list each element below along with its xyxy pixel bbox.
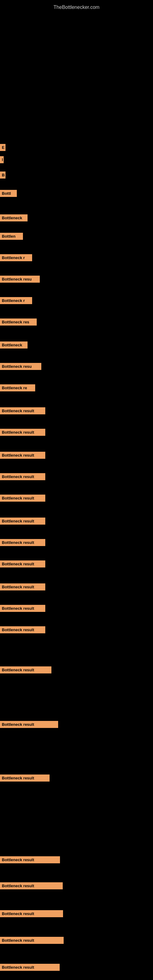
bottleneck-bar-16: Bottleneck result bbox=[0, 517, 45, 525]
bottleneck-bar-2: Bottleneck bbox=[0, 215, 27, 221]
bottleneck-bar-6: Bottleneck r bbox=[0, 297, 32, 304]
bottleneck-bar-4: Bottleneck r bbox=[0, 254, 32, 261]
small-label-a: E bbox=[0, 144, 5, 151]
bottleneck-bar-19: Bottleneck result bbox=[0, 584, 45, 590]
bottleneck-bar-1: Bottl bbox=[0, 190, 17, 197]
small-label-b: I bbox=[0, 156, 4, 163]
bottleneck-bar-3: Bottlen bbox=[0, 233, 23, 240]
bottleneck-bar-11: Bottleneck result bbox=[0, 407, 45, 414]
bottleneck-bar-28: Bottleneck result bbox=[0, 937, 64, 944]
bottleneck-bar-13: Bottleneck result bbox=[0, 452, 45, 459]
site-title: TheBottlenecker.com bbox=[0, 2, 153, 13]
bottleneck-bar-26: Bottleneck result bbox=[0, 882, 63, 889]
bottleneck-bar-23: Bottleneck result bbox=[0, 721, 58, 728]
bottleneck-bar-5: Bottleneck resu bbox=[0, 275, 40, 283]
bottleneck-bar-8: Bottleneck bbox=[0, 342, 27, 348]
bottleneck-bar-20: Bottleneck result bbox=[0, 605, 45, 612]
bottleneck-bar-15: Bottleneck result bbox=[0, 495, 45, 502]
bottleneck-bar-29: Bottleneck result bbox=[0, 964, 60, 971]
bottleneck-bar-21: Bottleneck result bbox=[0, 626, 45, 633]
bottleneck-bar-24: Bottleneck result bbox=[0, 775, 49, 781]
bottleneck-bar-22: Bottleneck result bbox=[0, 667, 51, 673]
bottleneck-bar-7: Bottleneck res bbox=[0, 318, 37, 326]
bottleneck-bar-14: Bottleneck result bbox=[0, 473, 45, 480]
bottleneck-bar-18: Bottleneck result bbox=[0, 560, 45, 568]
small-label-c: B bbox=[0, 172, 5, 178]
bottleneck-bar-9: Bottleneck resu bbox=[0, 363, 41, 370]
bottleneck-bar-10: Bottleneck re bbox=[0, 384, 35, 391]
bottleneck-bar-27: Bottleneck result bbox=[0, 910, 63, 917]
bottleneck-bar-25: Bottleneck result bbox=[0, 856, 60, 863]
bottleneck-bar-12: Bottleneck result bbox=[0, 429, 45, 436]
bottleneck-bar-17: Bottleneck result bbox=[0, 539, 45, 546]
